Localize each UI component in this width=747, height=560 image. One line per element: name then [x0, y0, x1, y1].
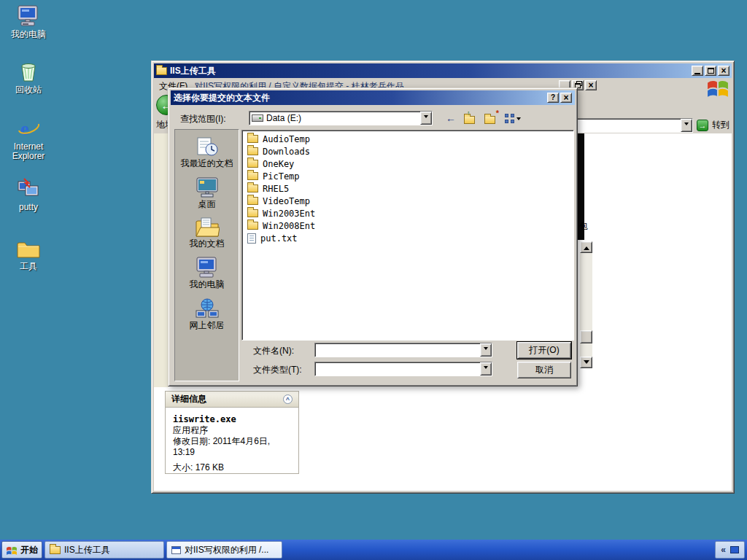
- display-tray-icon[interactable]: [730, 546, 739, 553]
- minimize-icon: [694, 73, 700, 74]
- sparkle-icon: *: [496, 109, 499, 117]
- file-name-label: 文件名(N):: [253, 345, 294, 357]
- file-name-combobox[interactable]: [314, 343, 492, 357]
- scrollbar-thumb[interactable]: [580, 330, 592, 343]
- vertical-scrollbar[interactable]: [580, 241, 592, 368]
- window-titlebar[interactable]: IIS上传工具 ×: [154, 63, 732, 78]
- recycle-bin-icon: [17, 60, 40, 83]
- go-label[interactable]: 转到: [712, 119, 729, 131]
- place-label: 我最近的文档: [181, 159, 233, 168]
- task-label: 对IIS写权限的利用 /...: [185, 544, 268, 556]
- start-button[interactable]: 开始: [1, 541, 42, 559]
- scroll-up-button[interactable]: [580, 241, 592, 253]
- place-my-computer[interactable]: 我的电脑: [190, 256, 225, 289]
- file-item[interactable]: Win2008Ent: [247, 219, 568, 232]
- close-icon: ×: [721, 66, 726, 75]
- arrow-up-icon: [584, 244, 589, 250]
- place-my-network[interactable]: 网上邻居: [190, 297, 225, 330]
- folder-icon: [50, 546, 61, 554]
- file-item[interactable]: OneKey: [247, 158, 568, 170]
- desktop-icon-my-computer[interactable]: 我的电脑: [2, 4, 55, 39]
- windows-logo-icon: [6, 545, 18, 556]
- folder-icon: [247, 222, 258, 230]
- file-item[interactable]: put.txt: [247, 232, 568, 244]
- folder-icon: [247, 135, 258, 143]
- details-file-size: 大小: 176 KB: [173, 462, 291, 473]
- close-button[interactable]: ×: [718, 66, 729, 76]
- details-file-type: 应用程序: [173, 425, 291, 436]
- look-in-combobox[interactable]: Data (E:): [249, 111, 433, 125]
- up-one-level-button[interactable]: ↑: [464, 113, 476, 124]
- taskbar-task-iis-tool[interactable]: IIS上传工具: [44, 541, 164, 559]
- file-list[interactable]: AudioTemp Downloads OneKey PicTemp RHEL5…: [241, 130, 574, 341]
- file-item[interactable]: Win2003Ent: [247, 207, 568, 219]
- folder-icon: [247, 172, 258, 180]
- my-documents-icon: [195, 217, 220, 238]
- file-item[interactable]: Downloads: [247, 145, 568, 158]
- dialog-toolbar: ← ↑ *: [446, 111, 521, 125]
- help-button[interactable]: ?: [547, 93, 559, 103]
- chevron-down-icon: [424, 115, 428, 120]
- dialog-title: 选择你要提交的文本文件: [174, 92, 546, 104]
- collapse-chevron-icon[interactable]: ^: [283, 394, 293, 404]
- desktop-icon-recycle-bin[interactable]: 回收站: [2, 60, 55, 95]
- places-bar: 我最近的文档 桌面 我的文档 我的电脑 网上邻居: [174, 129, 239, 381]
- place-recent-documents[interactable]: 我最近的文档: [181, 135, 233, 168]
- chevron-down-icon: [484, 347, 488, 352]
- help-icon: ?: [551, 94, 555, 101]
- window-title: IIS上传工具: [170, 65, 689, 77]
- clipped-page-text: 包: [579, 220, 588, 233]
- open-button[interactable]: 打开(O): [517, 342, 571, 359]
- file-item[interactable]: RHEL5: [247, 182, 568, 195]
- file-type-combobox[interactable]: [314, 362, 492, 376]
- desktop-icon-label: 工具: [20, 262, 37, 271]
- maximize-icon: [708, 68, 714, 74]
- views-grid-icon: [505, 114, 514, 123]
- collapse-chevron-icon[interactable]: «: [721, 545, 726, 555]
- taskbar-task-iis-exploit-page[interactable]: 对IIS写权限的利用 /...: [166, 541, 282, 559]
- window-icon: [171, 546, 181, 554]
- look-in-dropdown-button[interactable]: [420, 112, 432, 125]
- file-item[interactable]: PicTemp: [247, 170, 568, 182]
- cancel-button[interactable]: 取消: [517, 362, 571, 378]
- details-modified-date: 修改日期: 2011年4月6日,: [173, 436, 291, 447]
- file-item[interactable]: AudioTemp: [247, 133, 568, 145]
- details-modified-time: 13:19: [173, 447, 291, 458]
- place-my-documents[interactable]: 我的文档: [190, 217, 225, 249]
- my-computer-icon: [16, 4, 41, 28]
- details-panel-body: iiswrite.exe 应用程序 修改日期: 2011年4月6日, 13:19…: [166, 408, 298, 473]
- desktop-icon-label: Internet Explorer: [2, 142, 55, 161]
- minimize-button[interactable]: [692, 66, 703, 76]
- child-close-button[interactable]: ×: [585, 80, 597, 90]
- dialog-titlebar[interactable]: 选择你要提交的文本文件 ? ×: [171, 90, 575, 105]
- desktop-icon-putty[interactable]: putty: [2, 177, 55, 212]
- file-name-dropdown-button[interactable]: [480, 343, 492, 357]
- recent-documents-icon: [196, 135, 219, 158]
- new-folder-button[interactable]: *: [484, 113, 497, 124]
- folder-icon: [247, 197, 258, 205]
- view-menu-button[interactable]: [505, 114, 521, 123]
- place-label: 我的文档: [190, 239, 225, 249]
- file-open-dialog: 选择你要提交的文本文件 ? × 查找范围(I): Data (E:) ← ↑ *…: [168, 88, 578, 386]
- desktop-icon-tools-folder[interactable]: 工具: [2, 239, 55, 271]
- file-type-dropdown-button[interactable]: [480, 362, 492, 376]
- scroll-down-button[interactable]: [580, 357, 592, 368]
- dialog-close-button[interactable]: ×: [560, 93, 572, 103]
- file-item[interactable]: VideoTemp: [247, 195, 568, 207]
- folder-icon: [247, 184, 258, 192]
- address-dropdown-button[interactable]: [681, 119, 692, 132]
- svg-text:e: e: [20, 118, 29, 139]
- task-label: IIS上传工具: [64, 544, 110, 556]
- chevron-down-icon: [516, 117, 521, 122]
- putty-icon: [17, 177, 40, 201]
- chevron-down-icon: [484, 366, 488, 371]
- text-file-icon: [247, 233, 256, 244]
- maximize-button[interactable]: [705, 66, 716, 76]
- system-tray: «: [715, 541, 745, 559]
- go-arrow-icon[interactable]: →: [697, 120, 708, 131]
- look-in-value: Data (E:): [266, 113, 417, 123]
- drive-icon: [252, 114, 263, 122]
- back-folder-icon[interactable]: ←: [446, 112, 456, 124]
- desktop-icon-internet-explorer[interactable]: e Internet Explorer: [2, 117, 55, 161]
- place-desktop[interactable]: 桌面: [196, 176, 219, 209]
